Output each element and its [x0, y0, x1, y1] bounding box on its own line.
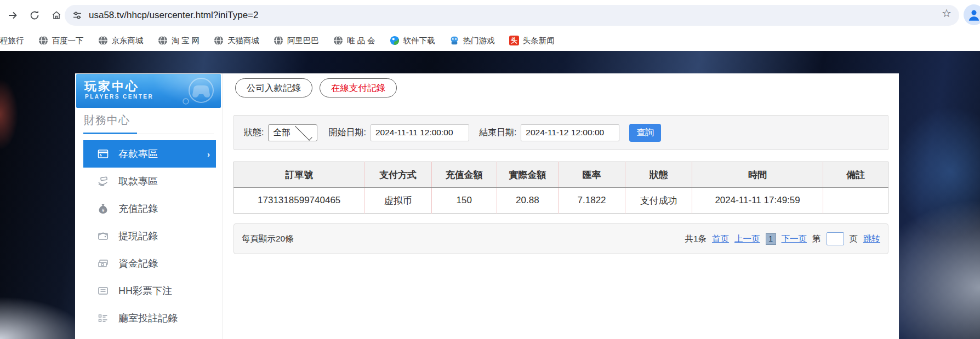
url-text[interactable]: usa58.tv/hhcp/usercenter.html?iniType=2	[89, 10, 951, 21]
reload-icon[interactable]	[25, 6, 44, 25]
browser-toolbar: usa58.tv/hhcp/usercenter.html?iniType=2 …	[0, 0, 980, 30]
chevron-down-icon	[295, 123, 312, 140]
banknotes-icon	[97, 257, 109, 269]
sidebar-item-withdrawal-record[interactable]: 提現記錄	[83, 222, 216, 250]
cell-recharge-amount: 150	[431, 188, 497, 214]
tab-company-deposit-record[interactable]: 公司入款記錄	[235, 78, 312, 97]
bookmarks-bar: 程旅行 百度一下 京东商城 淘 宝 网 天猫商城 阿里巴巴 唯 品 会 软件下	[0, 30, 980, 51]
sidebar-item-funds-record[interactable]: 資金記錄	[83, 250, 216, 277]
app-panel: 玩家中心 PLAYERS CENTER 財務中心 存款專區 ›	[75, 73, 899, 339]
money-bag-icon: ¥	[97, 203, 109, 215]
sidebar-subtitle: PLAYERS CENTER	[85, 94, 153, 100]
bookmark-tmall[interactable]: 天猫商城	[207, 33, 266, 48]
sidebar-item-withdraw[interactable]: 取款專區	[83, 168, 216, 195]
status-select[interactable]: 全部	[268, 124, 317, 141]
col-payment-method: 支付方式	[364, 162, 431, 188]
sidebar-item-hall-bet-record[interactable]: 廳室投註記錄	[83, 304, 216, 332]
tab-online-payment-record[interactable]: 在線支付記錄	[320, 78, 397, 97]
svg-text:¥: ¥	[101, 208, 105, 213]
list-card-icon	[97, 285, 109, 297]
chevron-right-icon: ›	[207, 150, 210, 159]
divider-accent	[83, 133, 137, 134]
cell-time: 2024-11-11 17:49:59	[692, 188, 823, 214]
browser-window: usa58.tv/hhcp/usercenter.html?iniType=2 …	[0, 0, 980, 339]
start-date-label: 開始日期:	[328, 127, 366, 139]
col-remark: 備註	[823, 162, 888, 188]
hot-games-icon	[449, 36, 459, 45]
bookmark-trip[interactable]: 程旅行	[0, 33, 31, 48]
col-exchange-rate: 匯率	[558, 162, 625, 188]
bookmark-star-icon[interactable]: ☆	[942, 8, 951, 19]
sidebar-item-deposit[interactable]: 存款專區 ›	[83, 140, 216, 168]
col-actual-amount: 實際金額	[497, 162, 558, 188]
jump-prefix-text: 第	[812, 233, 821, 245]
toutiao-icon: 头	[509, 36, 519, 45]
col-recharge-amount: 充值金額	[431, 162, 497, 188]
pager: 共1条 首页 上一页 1 下一页 第 页 跳转	[685, 232, 880, 245]
globe-icon	[158, 36, 168, 45]
hand-money-icon	[97, 175, 109, 187]
prev-page-link[interactable]: 上一页	[734, 233, 760, 245]
url-bar[interactable]: usa58.tv/hhcp/usercenter.html?iniType=2	[65, 5, 959, 26]
profile-avatar[interactable]	[964, 4, 980, 25]
gamepad-icon	[179, 76, 218, 106]
col-status: 狀態	[625, 162, 692, 188]
cell-actual-amount: 20.88	[497, 188, 558, 214]
deposit-card-icon	[97, 148, 109, 160]
jump-suffix-text: 页	[850, 233, 858, 245]
payment-record-table: 訂單號 支付方式 充值金額 實際金額 匯率 狀態 時間 備註 173131859…	[233, 162, 888, 214]
bookmark-taobao[interactable]: 淘 宝 网	[151, 33, 207, 48]
total-count-text: 共1条	[685, 233, 706, 245]
list-detail-icon	[97, 312, 109, 324]
globe-icon	[214, 36, 224, 45]
sidebar-title: 玩家中心	[84, 78, 139, 95]
cell-order-no: 1731318599740465	[234, 188, 364, 214]
col-order-no: 訂單號	[234, 162, 364, 188]
table-header-row: 訂單號 支付方式 充值金額 實際金額 匯率 狀態 時間 備註	[234, 162, 888, 188]
bookmark-alibaba[interactable]: 阿里巴巴	[266, 33, 326, 48]
bookmark-vip[interactable]: 唯 品 会	[326, 33, 383, 48]
globe-icon	[333, 36, 343, 45]
status-label: 狀態:	[244, 127, 264, 139]
pagination-bar: 每頁顯示20條 共1条 首页 上一页 1 下一页 第 页 跳转	[233, 223, 888, 254]
bookmark-baidu[interactable]: 百度一下	[31, 33, 91, 48]
software-download-icon	[390, 36, 400, 45]
table-row: 1731318599740465 虚拟币 150 20.88 7.1822 支付…	[234, 188, 888, 214]
page-number-input[interactable]	[827, 232, 844, 245]
end-date-input[interactable]	[521, 124, 619, 141]
players-center-banner: 玩家中心 PLAYERS CENTER	[76, 74, 221, 108]
cell-payment-method: 虚拟币	[364, 188, 431, 214]
site-settings-icon[interactable]	[72, 10, 82, 20]
globe-icon	[38, 36, 48, 45]
first-page-link[interactable]: 首页	[712, 233, 729, 245]
record-tabs: 公司入款記錄 在線支付記錄	[235, 78, 397, 97]
sidebar-item-recharge-record[interactable]: ¥ 充值記錄	[83, 195, 216, 222]
next-page-link[interactable]: 下一页	[782, 233, 807, 245]
start-date-input[interactable]	[371, 124, 469, 141]
globe-icon	[98, 36, 108, 45]
main-content: 公司入款記錄 在線支付記錄 狀態: 全部 開始日期: 結束日期: 查詢	[222, 73, 899, 339]
finance-center-heading: 財務中心	[84, 113, 130, 128]
cell-exchange-rate: 7.1822	[558, 188, 625, 214]
sidebar-item-hh-lottery-bet[interactable]: HH彩票下注	[83, 277, 216, 304]
bookmark-toutiao[interactable]: 头 头条新闻	[502, 33, 562, 48]
bookmark-jd[interactable]: 京东商城	[91, 33, 151, 48]
forward-icon[interactable]	[3, 6, 22, 25]
cell-remark	[823, 188, 888, 214]
status-select-value: 全部	[273, 127, 293, 139]
bookmark-software[interactable]: 软件下载	[383, 33, 442, 48]
query-button[interactable]: 查詢	[629, 124, 661, 142]
bookmark-games[interactable]: 热门游戏	[442, 33, 502, 48]
page-size-text: 每頁顯示20條	[242, 233, 294, 245]
globe-icon	[274, 36, 283, 45]
filter-bar: 狀態: 全部 開始日期: 結束日期: 查詢	[233, 115, 888, 150]
cell-status: 支付成功	[625, 188, 692, 214]
sidebar-menu: 存款專區 › 取款專區 ¥ 充值記錄	[75, 140, 222, 332]
end-date-label: 結束日期:	[479, 127, 516, 139]
sidebar: 玩家中心 PLAYERS CENTER 財務中心 存款專區 ›	[75, 73, 222, 339]
wallet-icon	[97, 230, 109, 242]
home-icon[interactable]	[47, 6, 66, 25]
col-time: 時間	[692, 162, 823, 188]
current-page-indicator: 1	[766, 233, 776, 245]
jump-link[interactable]: 跳转	[863, 233, 880, 245]
